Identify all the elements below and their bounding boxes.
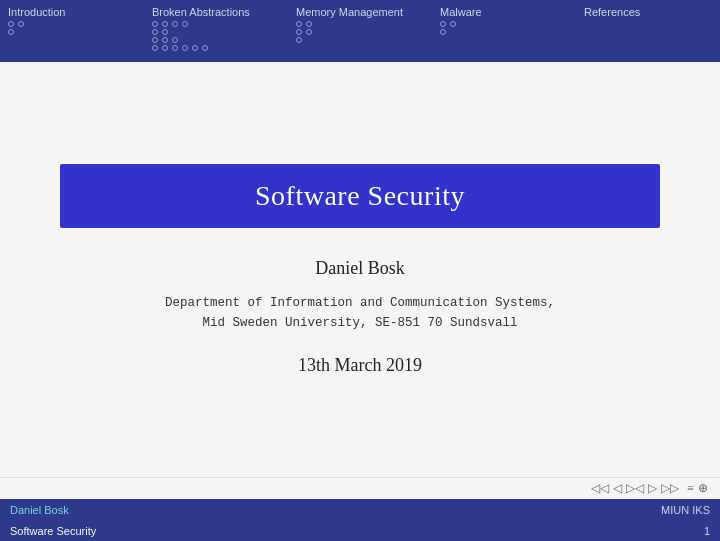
nav-section-memory: Memory Management: [288, 4, 432, 45]
slide-area: Software Security Daniel Bosk Department…: [0, 62, 720, 477]
slide-date: 13th March 2019: [298, 355, 422, 376]
nav-dot: [192, 45, 198, 51]
nav-dot: [8, 29, 14, 35]
nav-dot: [306, 21, 312, 27]
nav-next-frame-icon[interactable]: ▷: [648, 481, 657, 496]
nav-section-broken-abstractions: Broken Abstractions: [144, 4, 288, 53]
nav-zoom-icon[interactable]: ⊕: [698, 481, 708, 496]
nav-dot: [152, 29, 158, 35]
footer-slide-title: Software Security: [10, 525, 96, 537]
nav-dot: [182, 21, 188, 27]
nav-dot: [296, 29, 302, 35]
nav-menu-icon[interactable]: ≡: [687, 481, 694, 496]
nav-dots-introduction: [8, 21, 24, 35]
slide-author: Daniel Bosk: [315, 258, 405, 279]
nav-section-references: References: [576, 4, 720, 23]
controls-row: ◁◁ ◁ ▷◁ ▷ ▷▷ ≡ ⊕: [0, 477, 720, 499]
nav-dot: [152, 37, 158, 43]
nav-next-icon[interactable]: ▷▷: [661, 481, 679, 496]
footer-institution: MIUN IKS: [661, 504, 710, 516]
nav-dots-broken: [152, 21, 208, 51]
footer-page-number: 1: [704, 525, 710, 537]
nav-dots-malware: [440, 21, 456, 35]
affiliation-line1: Department of Information and Communicat…: [165, 296, 555, 310]
nav-section-title-references: References: [584, 6, 640, 18]
nav-dot: [440, 21, 446, 27]
nav-prev-icon[interactable]: ◁: [613, 481, 622, 496]
bottom-top-row: Daniel Bosk MIUN IKS: [0, 499, 720, 520]
navigation-bar: Introduction Broken Abstractions: [0, 0, 720, 62]
nav-dot: [440, 29, 446, 35]
nav-dots-memory: [296, 21, 312, 43]
nav-dot: [152, 21, 158, 27]
nav-dot: [172, 37, 178, 43]
footer-author: Daniel Bosk: [10, 504, 69, 516]
nav-dot: [18, 21, 24, 27]
nav-dot: [162, 37, 168, 43]
bottom-bottom-row: Software Security 1: [0, 520, 720, 541]
nav-dot: [162, 21, 168, 27]
nav-dot: [296, 37, 302, 43]
nav-dot: [202, 45, 208, 51]
nav-dot: [306, 29, 312, 35]
nav-section-title-broken: Broken Abstractions: [152, 6, 250, 18]
nav-dot: [182, 45, 188, 51]
nav-dot: [162, 45, 168, 51]
nav-dot: [172, 21, 178, 27]
nav-dot: [152, 45, 158, 51]
nav-first-icon[interactable]: ◁◁: [591, 481, 609, 496]
slide-title-box: Software Security: [60, 164, 660, 228]
bottom-bar: Daniel Bosk MIUN IKS Software Security 1: [0, 499, 720, 541]
nav-dot: [450, 21, 456, 27]
slide-title: Software Security: [100, 180, 620, 212]
nav-section-malware: Malware: [432, 4, 576, 37]
nav-section-title-memory: Memory Management: [296, 6, 403, 18]
nav-section-title-introduction: Introduction: [8, 6, 65, 18]
nav-dot: [296, 21, 302, 27]
nav-dot: [162, 29, 168, 35]
slide-content: Software Security Daniel Bosk Department…: [40, 164, 680, 376]
nav-section-introduction: Introduction: [0, 4, 144, 37]
slide-affiliation: Department of Information and Communicat…: [165, 293, 555, 333]
nav-prev-frame-icon[interactable]: ▷◁: [626, 481, 644, 496]
affiliation-line2: Mid Sweden University, SE-851 70 Sundsva…: [202, 316, 517, 330]
nav-dot: [172, 45, 178, 51]
nav-section-title-malware: Malware: [440, 6, 482, 18]
nav-dot: [8, 21, 14, 27]
